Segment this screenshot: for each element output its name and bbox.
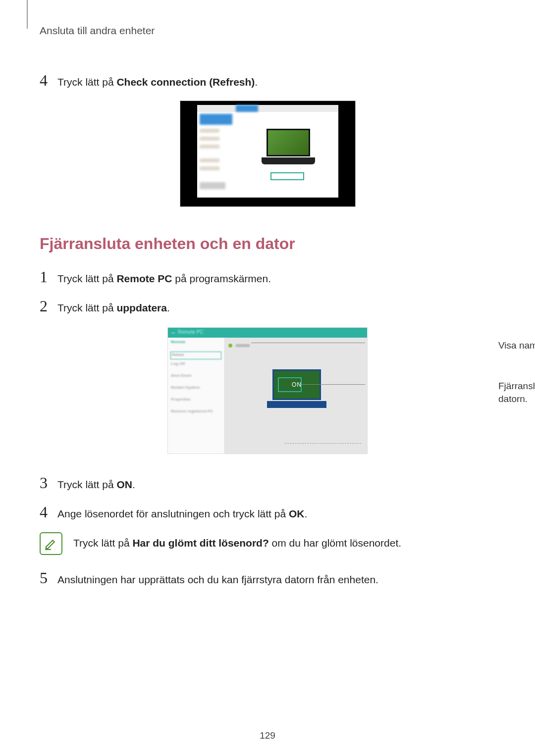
step-5: 5 Anslutningen har upprättats och du kan… — [40, 569, 495, 587]
page-header: Ansluta till andra enheter — [40, 25, 495, 37]
note-prefix: Tryck lätt på — [73, 537, 132, 549]
figure-2-wrap: ← Remote PC Remote Refresh Log Off Shut … — [40, 327, 495, 454]
figure-1-side-item — [200, 129, 219, 133]
figure-1-side-item — [200, 137, 219, 141]
step-prefix: Anslutningen har upprättats och du kan f… — [57, 574, 378, 585]
step-prefix: Ange lösenordet för anslutningen och try… — [57, 508, 289, 519]
callout-line-connect — [302, 384, 365, 385]
figure-1-side-item — [200, 158, 219, 162]
figure-1-button-highlight — [270, 172, 304, 180]
pencil-note-icon — [43, 535, 59, 552]
step-number: 2 — [40, 297, 57, 315]
sidebar-item: Restart System — [171, 385, 221, 395]
callout-connect: Fjärranslut enheten och datorn. — [498, 380, 535, 405]
step-prefix: Tryck lätt på — [57, 273, 116, 284]
figure-1-wrap — [40, 101, 495, 207]
step-prefix: Tryck lätt på — [57, 479, 116, 490]
sidebar-item: Properties — [171, 397, 221, 407]
figure-2-rightpane: ON — [224, 338, 367, 454]
step-3: 3 Tryck lätt på ON. — [40, 474, 495, 492]
figure-1-laptop-icon — [262, 129, 315, 167]
step-number: 1 — [40, 268, 57, 286]
step-bold: Remote PC — [116, 273, 172, 284]
step-text: Anslutningen har upprättats och du kan f… — [57, 572, 378, 587]
step-prefix: Tryck lätt på — [57, 76, 116, 88]
note-suffix: om du har glömt lösenordet. — [269, 537, 401, 549]
figure-2: ← Remote PC Remote Refresh Log Off Shut … — [167, 327, 368, 454]
step-prefix: Tryck lätt på — [57, 302, 116, 313]
status-dot-icon — [228, 344, 232, 348]
step-bold: ON — [116, 479, 132, 490]
step-text: Tryck lätt på uppdatera. — [57, 301, 170, 315]
step-suffix: . — [132, 479, 135, 490]
step-4: 4 Ange lösenordet för anslutningen och t… — [40, 503, 495, 521]
figure-2-dashline — [285, 443, 361, 444]
sidebar-item: Remote — [171, 340, 221, 350]
figure-1-bluebar — [200, 114, 232, 125]
step-number: 3 — [40, 474, 57, 492]
figure-1 — [180, 101, 356, 207]
page-content: Ansluta till andra enheter 4 Tryck lätt … — [0, 0, 535, 618]
figure-1-screen — [197, 105, 338, 198]
step-4-top: 4 Tryck lätt på Check connection (Refres… — [40, 71, 495, 90]
note-row: Tryck lätt på Har du glömt ditt lösenord… — [40, 532, 495, 555]
step-1: 1 Tryck lätt på Remote PC på programskär… — [40, 268, 495, 286]
note-text: Tryck lätt på Har du glömt ditt lösenord… — [73, 532, 401, 549]
step-number: 4 — [40, 503, 57, 521]
step-2: 2 Tryck lätt på uppdatera. — [40, 297, 495, 315]
figure-1-tabbar — [197, 105, 338, 112]
step-suffix: . — [167, 302, 170, 313]
figure-1-side-item — [200, 145, 219, 149]
step-text: Ange lösenordet för anslutningen och try… — [57, 506, 307, 521]
step-suffix: . — [255, 76, 258, 88]
section-title: Fjärransluta enheten och en dator — [40, 235, 495, 253]
sidebar-item: Log Off — [171, 361, 221, 371]
step-number: 5 — [40, 569, 57, 587]
step-suffix: på programskärmen. — [172, 273, 271, 284]
step-text: Tryck lätt på Check connection (Refresh)… — [57, 75, 258, 89]
step-bold: Check connection (Refresh) — [116, 76, 255, 88]
step-bold: OK — [289, 508, 305, 519]
figure-1-tab — [236, 105, 258, 112]
sidebar-item: Remove registered PC — [171, 409, 221, 419]
figure-1-side-item — [200, 182, 225, 189]
note-icon — [40, 532, 62, 555]
sidebar-item-selected: Refresh — [170, 352, 221, 359]
back-arrow-icon: ← — [171, 330, 176, 336]
note-bold: Har du glömt ditt lösenord? — [132, 537, 268, 549]
sidebar-item: Shut Down — [171, 373, 221, 383]
page-number: 129 — [0, 730, 535, 741]
figure-2-namebar — [228, 341, 251, 346]
callout-line-name — [251, 343, 365, 343]
figure-2-pc-name — [236, 344, 250, 347]
step-text: Tryck lätt på ON. — [57, 477, 135, 492]
figure-2-topbar: ← Remote PC — [168, 328, 367, 338]
callout-name: Visa namnet på datorn. — [498, 339, 535, 352]
step-number: 4 — [40, 71, 57, 90]
figure-1-side-item — [200, 166, 219, 170]
step-text: Tryck lätt på Remote PC på programskärme… — [57, 271, 271, 286]
figure-2-on-highlight — [278, 377, 302, 392]
step-suffix: . — [304, 508, 307, 519]
step-bold: uppdatera — [116, 302, 167, 313]
figure-2-title: Remote PC — [178, 329, 204, 335]
figure-2-sidebar: Remote Refresh Log Off Shut Down Restart… — [168, 338, 224, 454]
